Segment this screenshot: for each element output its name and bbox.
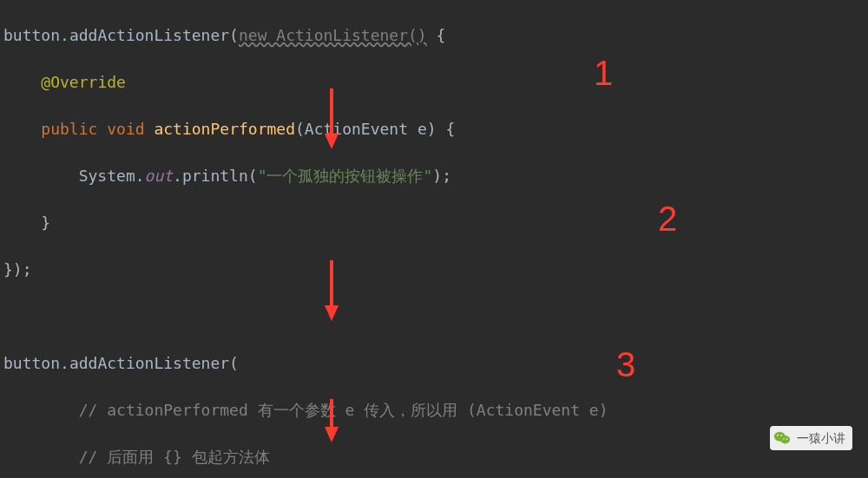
code-editor: button.addActionListener(new ActionListe… bbox=[0, 0, 868, 478]
wechat-icon bbox=[773, 429, 792, 448]
arrow-down-icon bbox=[323, 88, 340, 149]
arrow-down-icon bbox=[323, 399, 340, 442]
annotation-number-2: 2 bbox=[658, 193, 677, 245]
annotation-number-1: 1 bbox=[594, 47, 613, 99]
code-line: public void actionPerformed(ActionEvent … bbox=[3, 117, 868, 141]
svg-marker-3 bbox=[325, 305, 339, 321]
code-line: } bbox=[3, 211, 868, 234]
svg-marker-5 bbox=[325, 427, 339, 442]
arrow-down-icon bbox=[323, 260, 340, 321]
svg-point-9 bbox=[780, 435, 782, 436]
annotation-number-3: 3 bbox=[616, 338, 635, 390]
code-line: // actionPerformed 有一个参数 e 传入，所以用 (Actio… bbox=[3, 398, 868, 422]
code-line: System.out.println("一个孤独的按钮被操作"); bbox=[3, 164, 868, 187]
blank-line bbox=[3, 304, 868, 328]
code-line: button.addActionListener(new ActionListe… bbox=[3, 23, 868, 47]
svg-point-8 bbox=[777, 435, 779, 436]
svg-point-10 bbox=[783, 438, 784, 439]
code-line: button.addActionListener( bbox=[3, 351, 868, 375]
svg-marker-1 bbox=[325, 134, 339, 149]
code-line: }); bbox=[3, 258, 868, 281]
code-line: // 后面用 {} 包起方法体 bbox=[3, 445, 868, 468]
code-line: @Override bbox=[3, 70, 868, 94]
svg-point-11 bbox=[786, 438, 787, 439]
watermark-badge: 一猿小讲 bbox=[770, 426, 852, 450]
watermark-label: 一猿小讲 bbox=[797, 429, 845, 448]
svg-point-7 bbox=[780, 435, 790, 443]
